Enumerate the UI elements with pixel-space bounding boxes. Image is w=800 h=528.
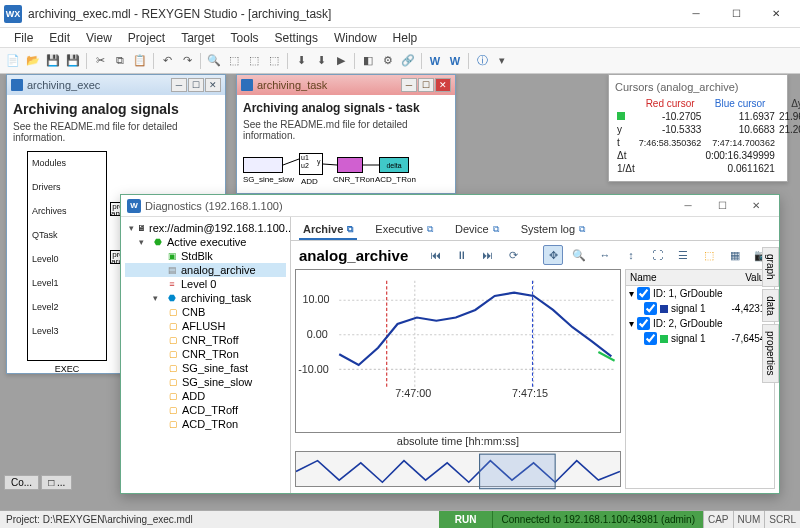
mdi-task-titlebar[interactable]: archiving_task ─ ☐ ✕ (237, 75, 455, 95)
plot-area[interactable]: 10.00 0.00 -10.00 7:47:00 7:47:15 (295, 269, 621, 433)
tree-analog-archive[interactable]: analog_archive (181, 264, 256, 276)
tab-archive[interactable]: Archive⧉ (299, 220, 357, 240)
minimize-button[interactable]: ─ (676, 3, 716, 25)
pause-icon[interactable]: ⏸ (451, 245, 471, 265)
refresh-icon[interactable]: ⟳ (503, 245, 523, 265)
bl-tab-2[interactable]: □ ... (41, 475, 72, 490)
skip-back-icon[interactable]: ⏮ (425, 245, 445, 265)
download-icon[interactable]: ⬇ (312, 52, 330, 70)
tool2-icon[interactable]: ⬚ (245, 52, 263, 70)
menu-settings[interactable]: Settings (267, 29, 326, 47)
zoom-icon[interactable]: 🔍 (569, 245, 589, 265)
new-icon[interactable]: 📄 (4, 52, 22, 70)
skip-fwd-icon[interactable]: ⏭ (477, 245, 497, 265)
tree-level0[interactable]: Level 0 (181, 278, 216, 290)
saveall-icon[interactable]: 💾 (64, 52, 82, 70)
popout-icon[interactable]: ⧉ (427, 224, 433, 235)
legend-check[interactable] (644, 302, 657, 315)
menu-project[interactable]: Project (120, 29, 173, 47)
tree-item[interactable]: SG_sine_slow (182, 376, 252, 388)
copy-icon[interactable]: ⧉ (111, 52, 129, 70)
sidetab-graph[interactable]: graph (762, 247, 779, 287)
tree-item[interactable]: ACD_TRon (182, 418, 238, 430)
menu-view[interactable]: View (78, 29, 120, 47)
tab-systemlog[interactable]: System log⧉ (517, 220, 589, 240)
move-icon[interactable]: ✥ (543, 245, 563, 265)
mdi-min-icon[interactable]: ─ (171, 78, 187, 92)
legend-check[interactable] (637, 287, 650, 300)
tree-item[interactable]: CNB (182, 306, 205, 318)
menu-help[interactable]: Help (385, 29, 426, 47)
find-icon[interactable]: 🔍 (205, 52, 223, 70)
block-icon[interactable]: ◧ (359, 52, 377, 70)
cut-icon[interactable]: ✂ (91, 52, 109, 70)
tree-item[interactable]: CNR_TRon (182, 348, 239, 360)
tool3-icon[interactable]: ⬚ (265, 52, 283, 70)
tree-root[interactable]: rex://admin@192.168.1.100... (149, 222, 291, 234)
popout-icon[interactable]: ⧉ (347, 224, 353, 235)
connection-status[interactable]: Connected to 192.168.1.100:43981 (admin) (492, 511, 702, 528)
dropdown-icon[interactable]: ▾ (493, 52, 511, 70)
run-icon[interactable]: ▶ (332, 52, 350, 70)
tree-active[interactable]: Active executive (167, 236, 246, 248)
sidetab-data[interactable]: data (762, 289, 779, 322)
tree-item[interactable]: CNR_TRoff (182, 334, 239, 346)
gear-icon[interactable]: ⚙ (379, 52, 397, 70)
maximize-button[interactable]: ☐ (705, 197, 739, 215)
open-icon[interactable]: 📂 (24, 52, 42, 70)
menu-tools[interactable]: Tools (223, 29, 267, 47)
tree-item[interactable]: SG_sine_fast (182, 362, 248, 374)
zoomx-icon[interactable]: ↔ (595, 245, 615, 265)
tree-item[interactable]: ADD (182, 390, 205, 402)
tree-item[interactable]: AFLUSH (182, 320, 225, 332)
close-button[interactable]: ✕ (756, 3, 796, 25)
menu-target[interactable]: Target (173, 29, 222, 47)
tab-device[interactable]: Device⧉ (451, 220, 503, 240)
save-icon[interactable]: 💾 (44, 52, 62, 70)
mdi-exec-titlebar[interactable]: archiving_exec ─ ☐ ✕ (7, 75, 225, 95)
legend-signal[interactable]: signal 1 (671, 333, 729, 344)
maximize-button[interactable]: ☐ (716, 3, 756, 25)
minimize-button[interactable]: ─ (671, 197, 705, 215)
export-icon[interactable]: ⬚ (699, 245, 719, 265)
legend-group[interactable]: ID: 2, GrDouble (653, 318, 722, 329)
info-icon[interactable]: ⓘ (473, 52, 491, 70)
paste-icon[interactable]: 📋 (131, 52, 149, 70)
compile-icon[interactable]: ⬇ (292, 52, 310, 70)
sidetab-properties[interactable]: properties (762, 324, 779, 382)
exec-block[interactable]: Modules Drivers Archives QTask Level0 Le… (27, 151, 107, 361)
menu-file[interactable]: File (6, 29, 41, 47)
link-icon[interactable]: 🔗 (399, 52, 417, 70)
tab-executive[interactable]: Executive⧉ (371, 220, 437, 240)
mdi-close-icon[interactable]: ✕ (435, 78, 451, 92)
tree-item[interactable]: ACD_TRoff (182, 404, 238, 416)
legend-group[interactable]: ID: 1, GrDouble (653, 288, 722, 299)
bl-tab-1[interactable]: Co... (4, 475, 39, 490)
zoomy-icon[interactable]: ↕ (621, 245, 641, 265)
legend-signal[interactable]: signal 1 (671, 303, 729, 314)
block-acd[interactable]: delta (379, 157, 409, 173)
wx1-icon[interactable]: W (426, 52, 444, 70)
run-status[interactable]: RUN (439, 511, 493, 528)
menu-edit[interactable]: Edit (41, 29, 78, 47)
close-button[interactable]: ✕ (739, 197, 773, 215)
mdi-max-icon[interactable]: ☐ (418, 78, 434, 92)
menu-window[interactable]: Window (326, 29, 385, 47)
popout-icon[interactable]: ⧉ (579, 224, 585, 235)
diag-tree[interactable]: ▾🖥rex://admin@192.168.1.100... ▾⬣Active … (121, 217, 291, 493)
undo-icon[interactable]: ↶ (158, 52, 176, 70)
tree-task[interactable]: archiving_task (181, 292, 251, 304)
legend-icon[interactable]: ☰ (673, 245, 693, 265)
mdi-max-icon[interactable]: ☐ (188, 78, 204, 92)
fit-icon[interactable]: ⛶ (647, 245, 667, 265)
redo-icon[interactable]: ↷ (178, 52, 196, 70)
wx2-icon[interactable]: W (446, 52, 464, 70)
legend-check[interactable] (637, 317, 650, 330)
tool-icon[interactable]: ⬚ (225, 52, 243, 70)
popout-icon[interactable]: ⧉ (493, 224, 499, 235)
overview-strip[interactable] (295, 451, 621, 487)
legend-check[interactable] (644, 332, 657, 345)
mdi-min-icon[interactable]: ─ (401, 78, 417, 92)
tree-stdblk[interactable]: StdBlk (181, 250, 213, 262)
diag-titlebar[interactable]: W Diagnostics (192.168.1.100) ─ ☐ ✕ (121, 195, 779, 217)
